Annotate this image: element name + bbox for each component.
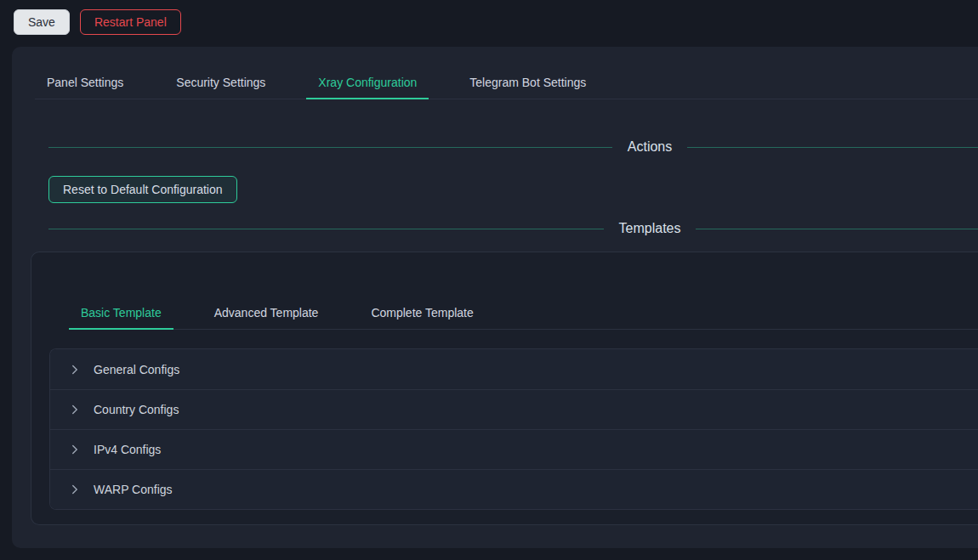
chevron-right-icon [70, 484, 80, 495]
save-button[interactable]: Save [14, 9, 70, 35]
templates-card: Basic Template Advanced Template Complet… [31, 252, 978, 525]
collapse-header-country-configs[interactable]: Country Configs [50, 389, 978, 429]
tab-advanced-template[interactable]: Advanced Template [202, 297, 331, 329]
actions-divider: Actions [48, 137, 978, 157]
settings-card: Panel Settings Security Settings Xray Co… [12, 47, 978, 548]
actions-divider-label: Actions [628, 139, 672, 155]
tab-complete-template[interactable]: Complete Template [359, 297, 485, 329]
topbar: Save Restart Panel [0, 0, 978, 44]
collapse-header-ipv4-configs[interactable]: IPv4 Configs [50, 429, 978, 469]
collapse-label: WARP Configs [94, 483, 173, 496]
tab-basic-template[interactable]: Basic Template [69, 297, 173, 329]
template-tab-bar: Basic Template Advanced Template Complet… [69, 297, 978, 330]
restart-panel-button[interactable]: Restart Panel [80, 9, 181, 35]
collapse-label: Country Configs [94, 403, 179, 416]
chevron-right-icon [70, 365, 80, 375]
templates-divider: Templates [48, 218, 978, 239]
collapse-header-warp-configs[interactable]: WARP Configs [50, 469, 978, 509]
tab-telegram-bot-settings[interactable]: Telegram Bot Settings [458, 67, 598, 99]
collapse-label: IPv4 Configs [94, 443, 161, 456]
tab-security-settings[interactable]: Security Settings [164, 67, 277, 99]
tab-panel-settings[interactable]: Panel Settings [35, 67, 135, 99]
tab-xray-configuration[interactable]: Xray Configuration [306, 67, 429, 99]
config-collapse: General Configs Country Configs IPv4 Con… [49, 348, 978, 510]
settings-tab-bar: Panel Settings Security Settings Xray Co… [35, 67, 978, 99]
templates-divider-label: Templates [619, 221, 681, 236]
reset-default-config-button[interactable]: Reset to Default Configuration [48, 176, 237, 203]
collapse-label: General Configs [94, 363, 179, 376]
chevron-right-icon [70, 404, 80, 415]
chevron-right-icon [70, 444, 80, 455]
collapse-header-general-configs[interactable]: General Configs [50, 349, 978, 389]
